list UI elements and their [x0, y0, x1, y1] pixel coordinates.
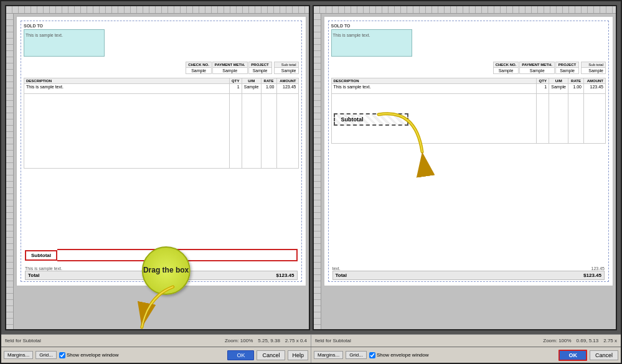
right-payment-row: CHECK NO. Sample PAYMENT METH. Sample PR…	[331, 62, 606, 74]
ruler-left-right	[314, 14, 321, 329]
left-field-label: field for Subtotal	[5, 338, 41, 343]
left-panel: SOLD TO This is sample text. CHECK NO.	[5, 5, 310, 330]
left-ok-button[interactable]: OK	[227, 350, 254, 360]
right-sold-to-box: This is sample text.	[331, 29, 412, 57]
right-envelope-label: Show envelope window	[377, 352, 429, 358]
right-field-label: field for Subtotal	[315, 338, 351, 343]
left-col-rate: RATE	[261, 78, 276, 84]
right-sold-to-section: SOLD TO This is sample text.	[331, 24, 606, 57]
right-col-desc: DESCRIPTION	[331, 78, 537, 84]
right-status: field for Subtotal Zoom: 100% 0.69, 5.13…	[311, 335, 621, 347]
left-document-area: SOLD TO This is sample text. CHECK NO.	[14, 14, 309, 329]
left-sold-to-box: This is sample text.	[24, 29, 105, 57]
right-sold-to-label: SOLD TO	[331, 24, 606, 28]
left-show-envelope: Show envelope window	[59, 352, 119, 358]
right-cancel-button[interactable]: Cancel	[590, 350, 618, 360]
right-bottom-bar: Margins... Grid... Show envelope window …	[311, 347, 621, 363]
left-bottom-bar: Margins... Grid... Show envelope window …	[1, 347, 311, 363]
right-ok-button[interactable]: OK	[558, 350, 587, 361]
left-envelope-label: Show envelope window	[67, 352, 119, 358]
left-check-no: CHECK NO. Sample	[186, 62, 212, 74]
right-zoom: Zoom: 100%	[543, 338, 571, 343]
right-total-row: Total $123.45	[332, 271, 605, 280]
left-coords1: 5.25, 9.38	[258, 338, 280, 343]
left-status: field for Subtotal Zoom: 100% 5.25, 9.38…	[1, 335, 311, 347]
right-subtotal-floating: Subtotal	[334, 113, 408, 126]
left-payment-row: CHECK NO. Sample PAYMENT METH. Sample PR…	[24, 62, 299, 74]
right-coords2: 2.75 x	[603, 338, 617, 343]
right-show-envelope: Show envelope window	[369, 352, 429, 358]
left-cancel-button[interactable]: Cancel	[257, 350, 285, 360]
right-document-area: SOLD TO This is sample text. CHECK NO.	[321, 14, 616, 329]
right-col-qty: QTY	[537, 78, 549, 84]
right-col-um: U/M	[549, 78, 568, 84]
left-white-page: SOLD TO This is sample text. CHECK NO.	[16, 16, 306, 286]
right-total-value: $123.45	[583, 273, 601, 278]
left-subtotal-header: Sub total Sample	[274, 62, 299, 74]
left-sold-to-label: SOLD TO	[24, 24, 299, 28]
drag-arrow-svg	[136, 284, 210, 329]
ruler-left-left	[6, 14, 14, 329]
left-envelope-checkbox[interactable]	[59, 352, 65, 358]
ruler-top-right	[314, 6, 616, 14]
left-coords2: 2.75 x 0.4	[285, 338, 307, 343]
right-col-amount: AMOUNT	[584, 78, 606, 84]
right-grid-button[interactable]: Grid...	[346, 351, 367, 359]
left-items-table: DESCRIPTION QTY U/M RATE AMOUNT	[24, 78, 299, 169]
left-zoom: Zoom: 100%	[225, 338, 253, 343]
left-col-qty: QTY	[229, 78, 242, 84]
left-subtotal-label: Subtotal	[25, 250, 57, 261]
right-col-rate: RATE	[568, 78, 584, 84]
left-project: PROJECT Sample	[248, 62, 272, 74]
left-help-button[interactable]: Help	[288, 350, 308, 360]
right-total-label: Total	[336, 273, 347, 278]
right-envelope-checkbox[interactable]	[369, 352, 375, 358]
left-col-um: U/M	[242, 78, 261, 84]
right-payment-meth: PAYMENT METH. Sample	[519, 62, 555, 74]
right-subtotal-header-box: Sub total Sample	[581, 62, 606, 74]
right-check-no: CHECK NO. Sample	[493, 62, 519, 74]
drag-annotation: Drag the box	[142, 246, 191, 295]
left-total-label: Total	[28, 273, 40, 278]
table-row: This is sample text. 1 Sample 1.00 123.4…	[24, 84, 299, 94]
left-col-amount: AMOUNT	[276, 78, 298, 84]
right-panel: SOLD TO This is sample text. CHECK NO.	[313, 5, 618, 330]
left-grid-button[interactable]: Grid...	[35, 351, 57, 359]
left-total-value: $123.45	[276, 273, 295, 278]
bottom-toolbar: Margins... Grid... Show envelope window …	[1, 347, 621, 363]
right-items-table: DESCRIPTION QTY U/M RATE AMOUNT	[331, 78, 606, 144]
left-sold-to-text: This is sample text.	[26, 33, 63, 37]
right-table-row: This is sample text. 1 Sample 1.00 123.4…	[331, 84, 606, 94]
table-row-empty	[24, 94, 299, 169]
left-margins-button[interactable]: Margins...	[4, 351, 33, 359]
left-payment-meth: PAYMENT METH. Sample	[212, 62, 248, 74]
left-sold-to-section: SOLD TO This is sample text.	[24, 24, 299, 57]
right-project: PROJECT Sample	[555, 62, 579, 74]
right-sold-to-text: This is sample text.	[333, 33, 370, 37]
right-white-page: SOLD TO This is sample text. CHECK NO.	[324, 16, 614, 286]
status-bar: field for Subtotal Zoom: 100% 5.25, 9.38…	[1, 334, 621, 347]
right-coords1: 0.69, 5.13	[577, 338, 599, 343]
left-col-desc: DESCRIPTION	[24, 78, 230, 84]
right-margins-button[interactable]: Margins...	[314, 351, 343, 359]
ruler-top-left	[6, 6, 309, 14]
